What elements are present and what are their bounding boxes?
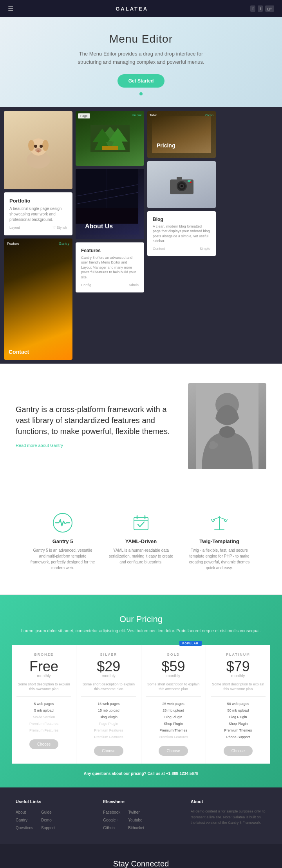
period-bronze: monthly bbox=[16, 674, 71, 678]
features-desc: Gantry 5 offers an advanced and user fri… bbox=[81, 255, 139, 280]
footer-heading-useful: Useful Links bbox=[16, 799, 91, 804]
portfolio-tag1: Layout bbox=[9, 226, 20, 230]
pricing-card-img: Table Clean Pricing bbox=[147, 111, 216, 158]
choose-button-silver[interactable]: Choose bbox=[94, 746, 123, 756]
list-item: 5 mb upload bbox=[16, 707, 71, 714]
footer-link-guide[interactable]: Guide bbox=[41, 809, 55, 816]
footer-col-about: About All demo content is for sample pur… bbox=[191, 799, 266, 832]
footer-heading-elsewhere: Elsewhere bbox=[103, 799, 179, 804]
tier-silver: SILVER bbox=[81, 653, 136, 656]
footer-link-support[interactable]: Support bbox=[41, 824, 55, 832]
unique-badge: Unique bbox=[132, 113, 142, 117]
clean-badge: Clean bbox=[205, 113, 213, 117]
blog-title: Blog bbox=[153, 217, 210, 222]
footer-link-googleplus[interactable]: Google + bbox=[103, 816, 120, 824]
svg-point-2 bbox=[28, 140, 34, 151]
facebook-icon[interactable]: f bbox=[250, 5, 255, 12]
feature-label: Feature bbox=[7, 242, 19, 246]
stay-connected-title: Stay Connected bbox=[8, 859, 274, 868]
features-list-platinum: 50 web pages 50 mb upload Blog Plugin Sh… bbox=[211, 696, 266, 741]
footer-link-facebook[interactable]: Facebook bbox=[103, 809, 120, 816]
dog-card bbox=[4, 111, 72, 189]
list-item: Premium Features bbox=[16, 727, 71, 734]
footer-link-twitter[interactable]: Twitter bbox=[128, 809, 144, 816]
footer-nav: Useful Links About Gantry Questions Guid… bbox=[0, 787, 282, 844]
stay-connected-section: Stay Connected Subscribe to our weekly n… bbox=[0, 844, 282, 868]
choose-button-platinum[interactable]: Choose bbox=[224, 746, 253, 756]
list-item: 50 web pages bbox=[211, 701, 266, 707]
svg-point-40 bbox=[219, 516, 220, 518]
gantry-heading: Gantry is a cross-platform framework wit… bbox=[16, 404, 176, 437]
gallery-col-2: Page Unique bbox=[76, 111, 144, 360]
portfolio-tag2: ♡ Stylish bbox=[52, 226, 67, 230]
table-label: Table bbox=[150, 113, 157, 117]
list-item: Premium Features bbox=[16, 721, 71, 727]
site-header: ☰ GALATEA f t g+ bbox=[0, 0, 282, 17]
pricing-label: Pricing bbox=[157, 142, 175, 149]
svg-point-3 bbox=[42, 140, 49, 151]
svg-point-7 bbox=[37, 150, 40, 152]
blog-desc: A clean, modern blog formatted page that… bbox=[153, 224, 210, 244]
footer-link-questions[interactable]: Questions bbox=[16, 824, 33, 832]
list-item: Blog Plugin bbox=[146, 714, 201, 721]
pricing-section: Our Pricing Lorem ipsum dolor sit amet, … bbox=[0, 595, 282, 788]
feature-title-2: Twig-Templating bbox=[186, 538, 253, 544]
camera-card bbox=[147, 161, 216, 208]
get-started-button[interactable]: Get Started bbox=[118, 74, 165, 88]
footer-col-useful-links: Useful Links About Gantry Questions Guid… bbox=[16, 799, 91, 832]
footer-link-bitbucket[interactable]: Bitbucket bbox=[128, 824, 144, 832]
footer-link-github[interactable]: Github bbox=[103, 824, 120, 832]
social-links: f t g+ bbox=[250, 5, 274, 12]
gantry-section: Gantry is a cross-platform framework wit… bbox=[0, 364, 282, 489]
googleplus-icon[interactable]: g+ bbox=[265, 5, 274, 12]
svg-point-22 bbox=[181, 185, 183, 187]
choose-button-bronze[interactable]: Choose bbox=[29, 739, 58, 749]
period-platinum: monthly bbox=[211, 674, 266, 678]
portfolio-title: Portfolio bbox=[9, 198, 67, 204]
footer-col-elsewhere: Elsewhere Facebook Google + Github Twitt… bbox=[103, 799, 179, 832]
list-item: Premium Themes bbox=[211, 727, 266, 734]
tier-bronze: BRONZE bbox=[16, 653, 71, 656]
feature-item-gantry5: Gantry 5 Gantry 5 is an advanced, versat… bbox=[24, 505, 102, 579]
gantry-text: Gantry is a cross-platform framework wit… bbox=[16, 404, 176, 448]
desc-bronze: Some short description to explain this a… bbox=[16, 682, 71, 692]
tier-platinum: PLATINUM bbox=[211, 653, 266, 656]
price-gold: $59 bbox=[146, 660, 201, 674]
menu-icon[interactable]: ☰ bbox=[8, 5, 13, 13]
footer-link-demo[interactable]: Demo bbox=[41, 816, 55, 824]
feature-item-yaml: YAML-Driven YAML is a human-readable dat… bbox=[102, 505, 180, 579]
choose-button-gold[interactable]: Choose bbox=[159, 746, 188, 756]
pricing-title: Our Pricing bbox=[12, 614, 270, 624]
read-more-link[interactable]: Read more about Gantry bbox=[16, 443, 63, 448]
list-item: Blog Plugin bbox=[81, 714, 136, 721]
footer-link-about[interactable]: About bbox=[16, 809, 33, 816]
list-item: Movie Version bbox=[16, 714, 71, 721]
heartbeat-icon bbox=[52, 513, 73, 533]
list-item: Premium Features bbox=[146, 734, 201, 741]
twitter-icon[interactable]: t bbox=[258, 5, 263, 12]
list-item: 25 web pages bbox=[146, 701, 201, 707]
calendar-check-icon bbox=[131, 513, 151, 533]
price-bronze: Free bbox=[16, 660, 71, 674]
svg-line-38 bbox=[213, 517, 219, 520]
list-item: Phone Support bbox=[211, 734, 266, 741]
pricing-phone: +1-888-1234-5678 bbox=[166, 771, 199, 776]
footer-link-youtube[interactable]: Youtube bbox=[128, 816, 144, 824]
pricing-cards: BRONZE Free monthly Some short descripti… bbox=[12, 645, 270, 764]
gantry-person-image bbox=[188, 383, 266, 469]
svg-point-5 bbox=[40, 145, 43, 148]
period-silver: monthly bbox=[81, 674, 136, 678]
feature-desc-2: Twig - a flexible, fast, and secure temp… bbox=[186, 547, 253, 571]
footer-link-gantry[interactable]: Gantry bbox=[16, 816, 33, 824]
list-item: 15 mb upload bbox=[81, 707, 136, 714]
list-item: Shop Plugin bbox=[211, 721, 266, 727]
features-list-bronze: 5 web pages 5 mb upload Movie Version Pr… bbox=[16, 696, 71, 734]
features-card: Features Gantry 5 offers an advanced and… bbox=[76, 242, 144, 292]
pricing-card-gold: POPULAR GOLD $59 monthly Some short desc… bbox=[141, 645, 206, 764]
pricing-card-bronze: BRONZE Free monthly Some short descripti… bbox=[12, 645, 76, 764]
page-badge: Page bbox=[78, 113, 90, 118]
pricing-card-platinum: PLATINUM $79 monthly Some short descript… bbox=[206, 645, 270, 764]
hero-dot bbox=[139, 92, 143, 95]
list-item: 25 mb upload bbox=[146, 707, 201, 714]
pricing-cta: Any questions about our pricing? Call us… bbox=[12, 771, 270, 776]
